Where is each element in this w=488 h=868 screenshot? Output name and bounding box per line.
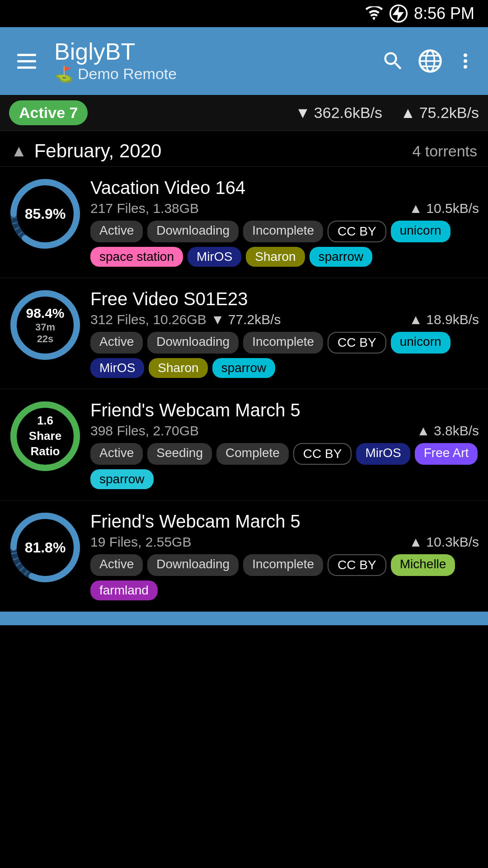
- torrent-files: 217 Files, 1.38GB: [90, 201, 199, 216]
- torrent-tag[interactable]: Incomplete: [243, 332, 323, 354]
- svg-point-7: [464, 59, 467, 63]
- torrent-tag[interactable]: Seeding: [147, 443, 212, 465]
- torrent-tag[interactable]: Active: [90, 554, 143, 576]
- torrent-progress-circle: 81.8%: [9, 511, 81, 584]
- torrent-name: Free Video S01E23: [90, 289, 479, 309]
- section-count: 4 torrents: [412, 142, 477, 160]
- torrent-files: 398 Files, 2.70GB: [90, 423, 199, 439]
- status-time: 8:56 PM: [414, 4, 474, 23]
- torrent-name: Friend's Webcam March 5: [90, 400, 479, 420]
- torrent-meta: 19 Files, 2.55GB ▲ 10.3kB/s: [90, 534, 479, 550]
- globe-icon[interactable]: [418, 48, 443, 74]
- torrent-tag[interactable]: Sharon: [246, 247, 305, 267]
- tags-row: ActiveDownloadingIncompleteCC BYMichelle…: [90, 554, 479, 600]
- torrent-tag[interactable]: sparrow: [212, 358, 276, 378]
- torrent-info: Friend's Webcam March 5 19 Files, 2.55GB…: [90, 511, 479, 600]
- torrent-tag[interactable]: Active: [90, 332, 143, 354]
- tags-row: ActiveDownloadingIncompleteCC BYunicornM…: [90, 332, 479, 378]
- torrent-meta: 312 Files, 10.26GB ▼ 77.2kB/s ▲ 18.9kB/s: [90, 312, 479, 327]
- torrent-files: 312 Files, 10.26GB: [90, 312, 206, 327]
- torrent-meta: 398 Files, 2.70GB ▲ 3.8kB/s: [90, 423, 479, 439]
- torrent-tag[interactable]: MirOS: [90, 358, 144, 378]
- tags-row: ActiveSeedingCompleteCC BYMirOSFree Arts…: [90, 443, 479, 489]
- app-title: BiglyBT: [54, 39, 372, 65]
- torrent-tag[interactable]: farmland: [90, 580, 158, 600]
- torrent-tag[interactable]: sparrow: [310, 247, 373, 267]
- speed-info: ▼ 362.6kB/s ▲ 75.2kB/s: [295, 104, 479, 122]
- torrent-tag[interactable]: CC BY: [328, 332, 386, 354]
- status-bar: 8:56 PM: [0, 0, 488, 27]
- menu-button[interactable]: [13, 49, 41, 73]
- search-icon[interactable]: [381, 49, 405, 73]
- bolt-icon: [389, 5, 408, 23]
- torrent-progress-circle: 1.6ShareRatio: [9, 400, 81, 472]
- torrent-tag[interactable]: sparrow: [90, 469, 154, 489]
- circle-label: 98.4%37m 22s: [26, 305, 64, 345]
- active-bar: Active 7 ▼ 362.6kB/s ▲ 75.2kB/s: [0, 95, 488, 131]
- torrent-tag[interactable]: unicorn: [391, 332, 450, 354]
- active-badge[interactable]: Active 7: [9, 100, 88, 125]
- torrent-name: Vacation Video 164: [90, 178, 479, 198]
- section-title: February, 2020: [34, 140, 413, 162]
- up-arrow: ▲: [400, 104, 416, 122]
- torrent-tag[interactable]: MirOS: [188, 247, 241, 267]
- torrent-tag[interactable]: Downloading: [147, 332, 239, 354]
- torrent-item[interactable]: 81.8% Friend's Webcam March 5 19 Files, …: [0, 500, 488, 612]
- bottom-indicator: [0, 612, 488, 625]
- subtitle-text: Demo Remote: [78, 65, 177, 83]
- tags-row: ActiveDownloadingIncompleteCC BYunicorns…: [90, 221, 479, 267]
- torrent-tag[interactable]: Downloading: [147, 221, 239, 242]
- torrent-meta: 217 Files, 1.38GB ▲ 10.5kB/s: [90, 201, 479, 216]
- torrent-name: Friend's Webcam March 5: [90, 511, 479, 532]
- torrent-tag[interactable]: Michelle: [391, 554, 455, 576]
- status-icons: 8:56 PM: [365, 4, 474, 23]
- chevron-up-icon: ▲: [11, 142, 27, 160]
- torrent-item[interactable]: 1.6ShareRatio Friend's Webcam March 5 39…: [0, 389, 488, 500]
- app-bar: BiglyBT ⛳ Demo Remote: [0, 27, 488, 95]
- torrent-speed: ▲ 10.3kB/s: [409, 534, 479, 550]
- upload-speed: ▲ 75.2kB/s: [400, 104, 479, 122]
- app-title-area: BiglyBT ⛳ Demo Remote: [50, 39, 372, 83]
- torrent-speed: ▲ 10.5kB/s: [409, 201, 479, 216]
- torrent-item[interactable]: 85.9% Vacation Video 164 217 Files, 1.38…: [0, 167, 488, 278]
- torrent-info: Free Video S01E23 312 Files, 10.26GB ▼ 7…: [90, 289, 479, 378]
- torrent-tag[interactable]: Sharon: [149, 358, 207, 378]
- torrent-list: 85.9% Vacation Video 164 217 Files, 1.38…: [0, 167, 488, 612]
- torrent-info: Friend's Webcam March 5 398 Files, 2.70G…: [90, 400, 479, 489]
- torrent-tag[interactable]: Complete: [216, 443, 289, 465]
- torrent-tag[interactable]: space station: [90, 247, 183, 267]
- svg-point-6: [464, 53, 467, 57]
- download-speed: ▼ 362.6kB/s: [295, 104, 382, 122]
- download-speed-value: 362.6kB/s: [314, 104, 382, 122]
- circle-label: 85.9%: [25, 205, 66, 222]
- torrent-files: 19 Files, 2.55GB: [90, 534, 191, 550]
- torrent-tag[interactable]: Incomplete: [243, 221, 323, 242]
- flag-icon: ⛳: [54, 65, 73, 83]
- section-header[interactable]: ▲ February, 2020 4 torrents: [0, 131, 488, 167]
- app-bar-actions: [381, 48, 475, 74]
- torrent-tag[interactable]: Downloading: [147, 554, 239, 576]
- more-options-icon[interactable]: [455, 51, 475, 71]
- upload-speed-value: 75.2kB/s: [419, 104, 479, 122]
- torrent-tag[interactable]: Free Art: [415, 443, 478, 465]
- torrent-tag[interactable]: CC BY: [328, 554, 386, 576]
- torrent-info: Vacation Video 164 217 Files, 1.38GB ▲ 1…: [90, 178, 479, 267]
- circle-label: 81.8%: [25, 539, 66, 556]
- torrent-progress-circle: 85.9%: [9, 178, 81, 250]
- torrent-tag[interactable]: Active: [90, 443, 143, 465]
- torrent-tag[interactable]: unicorn: [391, 221, 450, 242]
- torrent-speed: ▲ 18.9kB/s: [409, 312, 479, 327]
- torrent-item[interactable]: 98.4%37m 22s Free Video S01E23 312 Files…: [0, 278, 488, 389]
- circle-label: 1.6ShareRatio: [29, 413, 61, 459]
- svg-point-8: [464, 65, 467, 69]
- torrent-tag[interactable]: Active: [90, 221, 143, 242]
- wifi-icon: [365, 6, 383, 21]
- down-arrow: ▼: [295, 104, 310, 122]
- torrent-tag[interactable]: CC BY: [293, 443, 352, 465]
- torrent-tag[interactable]: CC BY: [328, 221, 386, 242]
- torrent-tag[interactable]: Incomplete: [243, 554, 323, 576]
- torrent-speed: ▲ 3.8kB/s: [417, 423, 479, 439]
- torrent-dl-speed: ▼ 77.2kB/s: [211, 312, 281, 327]
- torrent-tag[interactable]: MirOS: [356, 443, 410, 465]
- torrent-progress-circle: 98.4%37m 22s: [9, 289, 81, 361]
